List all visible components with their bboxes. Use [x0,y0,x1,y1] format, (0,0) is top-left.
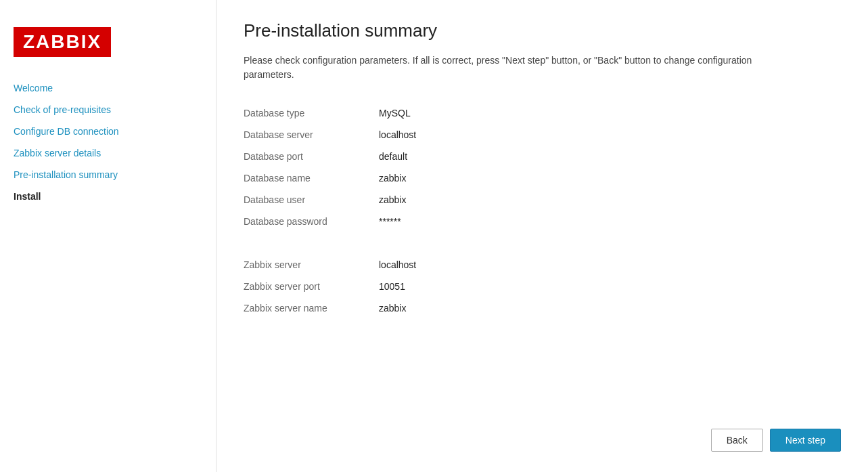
label-db-password: Database password [244,211,379,232]
main-content: Pre-installation summary Please check co… [216,0,868,472]
value-db-type: MySQL [379,102,717,124]
table-row: Database type MySQL [244,102,717,124]
value-db-port: default [379,146,717,167]
table-row: Database name zabbix [244,167,717,189]
table-row: Zabbix server name zabbix [244,297,717,319]
sidebar-link-welcome[interactable]: Welcome [14,83,53,93]
back-button[interactable]: Back [711,429,763,452]
sidebar-item-install[interactable]: Install [0,186,216,207]
label-db-user: Database user [244,189,379,211]
section-gap [244,232,717,254]
footer-buttons: Back Next step [244,402,841,452]
sidebar-item-server-details[interactable]: Zabbix server details [0,142,216,164]
table-row: Database server localhost [244,124,717,146]
sidebar-link-server-details[interactable]: Zabbix server details [14,148,101,158]
table-row: Zabbix server localhost [244,254,717,276]
sidebar-item-welcome[interactable]: Welcome [0,77,216,99]
value-zabbix-server-port: 10051 [379,276,717,297]
value-zabbix-server-name: zabbix [379,297,717,319]
value-db-password: ****** [379,211,717,232]
label-db-name: Database name [244,167,379,189]
sidebar-item-configure-db[interactable]: Configure DB connection [0,121,216,142]
sidebar-item-preinstall-summary[interactable]: Pre-installation summary [0,164,216,186]
nav-list: Welcome Check of pre-requisites Configur… [0,77,216,207]
table-row: Database port default [244,146,717,167]
logo-area: ZABBIX [0,14,216,77]
label-zabbix-server-name: Zabbix server name [244,297,379,319]
sidebar-link-check-prereqs[interactable]: Check of pre-requisites [14,104,111,115]
db-summary-table: Database type MySQL Database server loca… [244,102,717,319]
sidebar: ZABBIX Welcome Check of pre-requisites C… [0,0,216,472]
table-row: Database user zabbix [244,189,717,211]
next-step-button[interactable]: Next step [770,429,841,452]
table-row: Database password ****** [244,211,717,232]
sidebar-item-check-prereqs[interactable]: Check of pre-requisites [0,99,216,121]
value-zabbix-server: localhost [379,254,717,276]
sidebar-label-install: Install [14,191,41,202]
sidebar-link-preinstall-summary[interactable]: Pre-installation summary [14,169,118,180]
description: Please check configuration parameters. I… [244,53,798,82]
label-db-server: Database server [244,124,379,146]
label-db-port: Database port [244,146,379,167]
label-db-type: Database type [244,102,379,124]
value-db-user: zabbix [379,189,717,211]
value-db-server: localhost [379,124,717,146]
table-row: Zabbix server port 10051 [244,276,717,297]
sidebar-link-configure-db[interactable]: Configure DB connection [14,126,119,137]
logo: ZABBIX [14,27,111,57]
page-title: Pre-installation summary [244,20,841,41]
label-zabbix-server-port: Zabbix server port [244,276,379,297]
label-zabbix-server: Zabbix server [244,254,379,276]
value-db-name: zabbix [379,167,717,189]
